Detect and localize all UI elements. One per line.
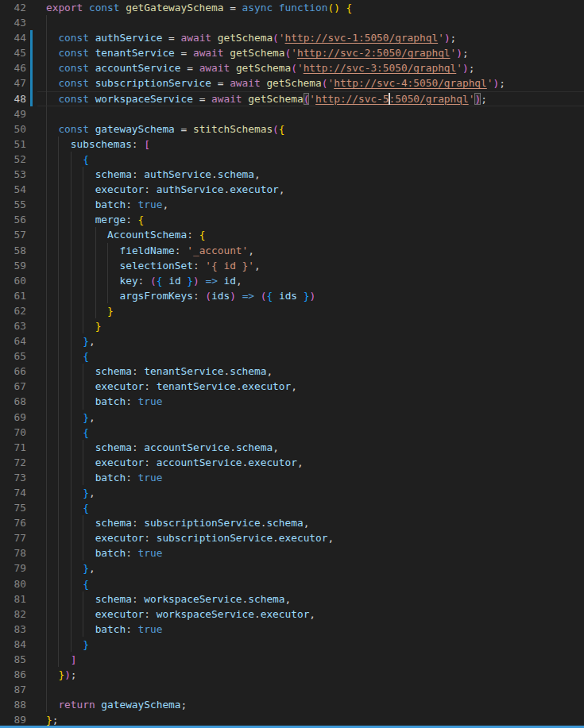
code-line[interactable]: 56merge: { <box>0 212 584 227</box>
code-line[interactable]: 81schema: workspaceService.schema, <box>0 591 584 607</box>
code-line[interactable]: 52{ <box>0 152 584 167</box>
line-number[interactable]: 72 <box>0 455 26 470</box>
indent-guide <box>71 349 72 364</box>
code-line[interactable]: 70{ <box>0 425 584 440</box>
code-line[interactable]: 61argsFromKeys: (ids) => ({ ids }) <box>0 288 584 303</box>
code-line[interactable]: 59selectionSet: '{ id }', <box>0 258 584 273</box>
code-line[interactable]: 77executor: subscriptionService.executor… <box>0 530 584 545</box>
code-line[interactable]: 62} <box>0 303 584 318</box>
code-token: = <box>162 32 180 44</box>
code-line[interactable]: 78batch: true <box>0 545 584 560</box>
line-number[interactable]: 83 <box>0 622 26 637</box>
code-line[interactable]: 44const authService = await getSchema('h… <box>0 30 584 45</box>
line-number[interactable]: 42 <box>0 0 26 15</box>
code-line[interactable]: 72executor: accountService.executor, <box>0 455 584 470</box>
line-number[interactable]: 63 <box>0 318 26 333</box>
line-number[interactable]: 85 <box>0 652 26 667</box>
line-number[interactable]: 77 <box>0 530 26 545</box>
code-line[interactable]: 68batch: true <box>0 394 584 409</box>
line-number[interactable]: 47 <box>0 75 26 91</box>
code-line[interactable]: 42export const getGatewaySchema = async … <box>0 0 584 15</box>
line-number[interactable]: 58 <box>0 243 26 258</box>
line-number[interactable]: 75 <box>0 500 26 515</box>
line-number[interactable]: 86 <box>0 667 26 682</box>
code-line[interactable]: 74}, <box>0 485 584 500</box>
code-line[interactable]: 71schema: accountService.schema, <box>0 440 584 455</box>
code-line[interactable]: 76schema: subscriptionService.schema, <box>0 515 584 530</box>
line-number[interactable]: 87 <box>0 682 26 697</box>
code-line[interactable]: 55batch: true, <box>0 197 584 212</box>
line-number[interactable]: 48 <box>0 91 26 106</box>
line-number[interactable]: 49 <box>0 106 26 121</box>
line-number[interactable]: 43 <box>0 15 26 30</box>
line-number[interactable]: 54 <box>0 182 26 197</box>
indent-guide <box>83 440 83 455</box>
code-line[interactable]: 46const accountService = await getSchema… <box>0 60 584 75</box>
code-line[interactable]: 83batch: true <box>0 622 584 637</box>
code-line[interactable]: 84} <box>0 637 584 652</box>
line-number[interactable]: 53 <box>0 167 26 182</box>
code-line[interactable]: 53schema: authService.schema, <box>0 167 584 182</box>
line-number[interactable]: 55 <box>0 197 26 212</box>
line-number[interactable]: 59 <box>0 258 26 273</box>
line-number[interactable]: 57 <box>0 227 26 242</box>
code-line[interactable]: 58fieldName: '_account', <box>0 243 584 258</box>
code-line[interactable]: 63} <box>0 318 584 333</box>
line-number[interactable]: 64 <box>0 333 26 349</box>
code-line[interactable]: 79}, <box>0 560 584 576</box>
line-number[interactable]: 88 <box>0 697 26 712</box>
code-line[interactable]: 51subschemas: [ <box>0 137 584 152</box>
line-number[interactable]: 56 <box>0 212 26 227</box>
line-number[interactable]: 70 <box>0 425 26 440</box>
line-number[interactable]: 84 <box>0 637 26 652</box>
line-number[interactable]: 61 <box>0 288 26 303</box>
line-number[interactable]: 69 <box>0 410 26 425</box>
line-number[interactable]: 51 <box>0 137 26 152</box>
code-line[interactable]: 43 <box>0 15 584 30</box>
line-number[interactable]: 73 <box>0 470 26 485</box>
line-number[interactable]: 62 <box>0 303 26 318</box>
line-number[interactable]: 66 <box>0 364 26 379</box>
code-line[interactable]: 75{ <box>0 500 584 515</box>
line-number[interactable]: 74 <box>0 485 26 500</box>
code-line[interactable]: 88return gatewaySchema; <box>0 697 584 712</box>
line-number[interactable]: 81 <box>0 591 26 607</box>
line-number[interactable]: 68 <box>0 394 26 409</box>
line-number[interactable]: 46 <box>0 60 26 75</box>
code-line[interactable]: 66schema: tenantService.schema, <box>0 364 584 379</box>
code-line[interactable]: 85] <box>0 652 584 667</box>
line-number[interactable]: 67 <box>0 379 26 394</box>
line-number[interactable]: 45 <box>0 45 26 60</box>
line-number[interactable]: 76 <box>0 515 26 530</box>
code-line[interactable]: 49 <box>0 106 584 121</box>
code-token: : <box>132 365 144 377</box>
code-line[interactable]: 73batch: true <box>0 470 584 485</box>
line-number[interactable]: 44 <box>0 30 26 45</box>
code-line[interactable]: 57AccountSchema: { <box>0 227 584 242</box>
code-line[interactable]: 64}, <box>0 333 584 349</box>
code-line[interactable]: 67executor: tenantService.executor, <box>0 379 584 394</box>
code-line[interactable]: 65{ <box>0 349 584 364</box>
line-number[interactable]: 82 <box>0 607 26 622</box>
code-text: executor: authService.executor, <box>95 182 285 197</box>
line-number[interactable]: 52 <box>0 152 26 167</box>
code-line[interactable]: 82executor: workspaceService.executor, <box>0 607 584 622</box>
code-line[interactable]: 47const subscriptionService = await getS… <box>0 75 584 91</box>
code-area[interactable]: 42export const getGatewaySchema = async … <box>0 0 584 726</box>
code-line[interactable]: 80{ <box>0 576 584 591</box>
code-line[interactable]: 69}, <box>0 410 584 425</box>
line-number[interactable]: 50 <box>0 121 26 137</box>
line-number[interactable]: 60 <box>0 273 26 288</box>
code-line[interactable]: 86}); <box>0 667 584 682</box>
line-number[interactable]: 65 <box>0 349 26 364</box>
code-line[interactable]: 45const tenantService = await getSchema(… <box>0 45 584 60</box>
code-line[interactable]: 48const workspaceService = await getSche… <box>0 91 584 106</box>
line-number[interactable]: 79 <box>0 560 26 576</box>
code-line[interactable]: 87 <box>0 682 584 697</box>
code-line[interactable]: 50const gatewaySchema = stitchSchemas({ <box>0 121 584 137</box>
line-number[interactable]: 71 <box>0 440 26 455</box>
line-number[interactable]: 78 <box>0 545 26 560</box>
line-number[interactable]: 80 <box>0 576 26 591</box>
code-line[interactable]: 54executor: authService.executor, <box>0 182 584 197</box>
code-line[interactable]: 60key: ({ id }) => id, <box>0 273 584 288</box>
